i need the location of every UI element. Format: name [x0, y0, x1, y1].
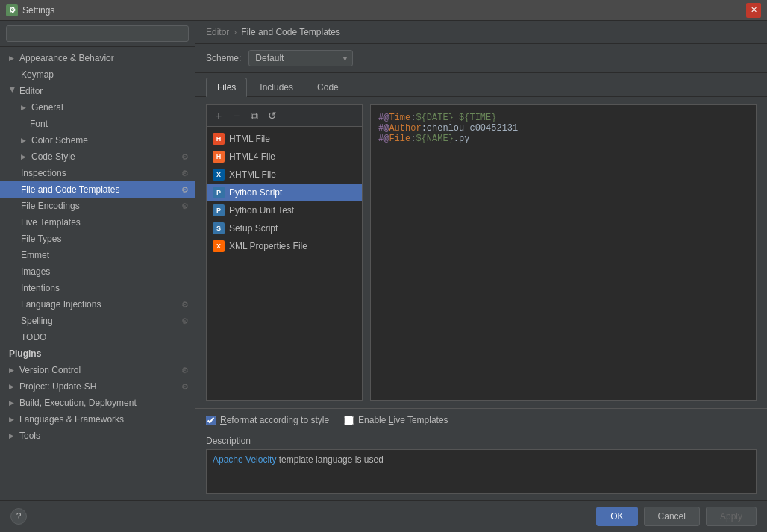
file-item-label: Setup Script [229, 223, 278, 234]
sidebar-item-build[interactable]: ▶ Build, Execution, Deployment [0, 395, 195, 411]
reset-template-button[interactable]: ↺ [265, 108, 280, 123]
sidebar-item-inspections[interactable]: Inspections ⚙ [0, 165, 195, 181]
sidebar-item-label: Code Style [31, 151, 75, 162]
settings-badge: ⚙ [181, 201, 189, 211]
list-item[interactable]: H HTML File [207, 130, 362, 148]
copy-template-button[interactable]: ⧉ [247, 108, 262, 123]
list-item[interactable]: X XML Properties File [207, 237, 362, 255]
sidebar-item-languages[interactable]: ▶ Languages & Frameworks [0, 411, 195, 428]
sidebar-item-label: General [31, 102, 63, 113]
sidebar-item-language-injections[interactable]: Language Injections ⚙ [0, 296, 195, 313]
sidebar-item-images[interactable]: Images [0, 263, 195, 280]
app-icon: ⚙ [6, 4, 18, 16]
sidebar-item-label: Appearance & Behavior [19, 53, 114, 63]
sidebar-item-version-control[interactable]: ▶ Version Control ⚙ [0, 362, 195, 378]
code-line1: #@Time:${DATE} ${TIME} #@Author:chenlou … [378, 113, 518, 144]
arrow-icon: ▶ [9, 366, 16, 374]
arrow-icon: ▶ [9, 383, 16, 390]
search-bar: 🔍 [0, 21, 195, 47]
sidebar-item-project[interactable]: ▶ Project: Update-SH ⚙ [0, 378, 195, 395]
breadcrumb-editor: Editor [206, 27, 229, 37]
settings-badge: ⚙ [181, 300, 189, 310]
sidebar-item-todo[interactable]: TODO [0, 329, 195, 345]
description-label: Description [206, 436, 757, 446]
tab-includes[interactable]: Includes [248, 78, 304, 96]
sidebar-item-label: Keymap [21, 69, 54, 80]
live-templates-checkbox[interactable] [344, 416, 354, 425]
list-item[interactable]: H HTML4 File [207, 148, 362, 166]
arrow-icon: ▶ [9, 87, 16, 95]
sidebar-item-label: File Types [21, 234, 61, 244]
cancel-button[interactable]: Cancel [644, 507, 700, 526]
ok-button[interactable]: OK [596, 507, 637, 526]
python-file-icon: P [213, 187, 225, 198]
file-item-label: XHTML File [229, 169, 276, 180]
sidebar-item-label: Tools [19, 431, 40, 441]
arrow-icon: ▶ [21, 153, 28, 160]
tab-files[interactable]: Files [206, 78, 247, 97]
list-item[interactable]: P Python Unit Test [207, 201, 362, 219]
scheme-select-wrapper: Default Project ▼ [248, 50, 353, 66]
sidebar-nav: ▶ Appearance & Behavior Keymap ▶ Editor … [0, 47, 195, 500]
code-editor[interactable]: #@Time:${DATE} ${TIME} #@Author:chenlou … [371, 105, 756, 400]
sidebar-item-emmet[interactable]: Emmet [0, 247, 195, 263]
settings-badge: ⚙ [181, 366, 189, 375]
scheme-select[interactable]: Default Project [248, 50, 353, 66]
xml-file-icon: X [213, 240, 225, 252]
sidebar-item-live-templates[interactable]: Live Templates [0, 214, 195, 231]
sidebar-item-general[interactable]: ▶ General [0, 99, 195, 116]
sidebar-item-keymap[interactable]: Keymap [0, 66, 195, 83]
sidebar: 🔍 ▶ Appearance & Behavior Keymap ▶ Edito… [0, 21, 195, 500]
sidebar-item-label: Live Templates [21, 217, 81, 228]
sidebar-item-file-encodings[interactable]: File Encodings ⚙ [0, 198, 195, 214]
title-bar: ⚙ Settings ✕ [0, 0, 767, 21]
live-templates-checkbox-label[interactable]: Enable Live Templates [344, 415, 448, 425]
apache-velocity-link[interactable]: Apache Velocity [213, 454, 276, 465]
sidebar-item-file-code-templates[interactable]: File and Code Templates ⚙ [0, 181, 195, 198]
file-list: H HTML File H HTML4 File X XHTML File [207, 127, 362, 400]
list-item[interactable]: X XHTML File [207, 166, 362, 184]
file-item-label: XML Properties File [229, 241, 307, 251]
add-template-button[interactable]: + [211, 108, 226, 123]
sidebar-item-appearance[interactable]: ▶ Appearance & Behavior [0, 50, 195, 66]
sidebar-item-label: Spelling [21, 316, 53, 326]
close-button[interactable]: ✕ [746, 3, 761, 18]
file-item-label: HTML4 File [229, 151, 275, 162]
tabs-row: Files Includes Code [195, 73, 767, 97]
arrow-icon: ▶ [9, 399, 16, 407]
sidebar-item-label: Project: Update-SH [19, 381, 96, 392]
file-item-label: HTML File [229, 134, 270, 144]
sidebar-item-tools[interactable]: ▶ Tools [0, 428, 195, 444]
sidebar-item-spelling[interactable]: Spelling ⚙ [0, 313, 195, 329]
sidebar-item-label: Build, Execution, Deployment [19, 398, 137, 408]
description-text: template language is used [276, 454, 383, 465]
remove-template-button[interactable]: − [229, 108, 244, 123]
arrow-icon: ▶ [9, 54, 16, 62]
sidebar-item-label: Color Scheme [31, 135, 88, 145]
breadcrumb-page: File and Code Templates [241, 27, 340, 37]
sidebar-item-label: Emmet [21, 250, 49, 260]
list-item[interactable]: P Python Script [207, 184, 362, 201]
sidebar-item-file-types[interactable]: File Types [0, 231, 195, 247]
reformat-checkbox[interactable] [206, 416, 216, 425]
list-item[interactable]: S Setup Script [207, 219, 362, 237]
reformat-checkbox-label[interactable]: Reformat according to style [206, 415, 329, 425]
sidebar-item-intentions[interactable]: Intentions [0, 280, 195, 296]
sidebar-item-font[interactable]: Font [0, 116, 195, 132]
sidebar-item-color-scheme[interactable]: ▶ Color Scheme [0, 132, 195, 148]
sidebar-item-editor[interactable]: ▶ Editor [0, 83, 195, 99]
sidebar-item-plugins[interactable]: Plugins [0, 345, 195, 362]
file-item-label: Python Script [229, 187, 282, 198]
sidebar-item-code-style[interactable]: ▶ Code Style ⚙ [0, 148, 195, 165]
settings-badge: ⚙ [181, 316, 189, 326]
apply-button[interactable]: Apply [706, 507, 757, 526]
sidebar-item-label: Languages & Frameworks [19, 414, 124, 425]
file-list-panel: + − ⧉ ↺ H HTML File H HTML4 File [206, 104, 363, 401]
search-input[interactable] [6, 25, 189, 42]
html-file-icon: H [213, 133, 225, 145]
sidebar-item-label: Font [30, 119, 48, 129]
xhtml-file-icon: X [213, 169, 225, 181]
title-bar-text: Settings [22, 5, 742, 16]
tab-code[interactable]: Code [306, 78, 350, 96]
help-button[interactable]: ? [10, 508, 27, 525]
